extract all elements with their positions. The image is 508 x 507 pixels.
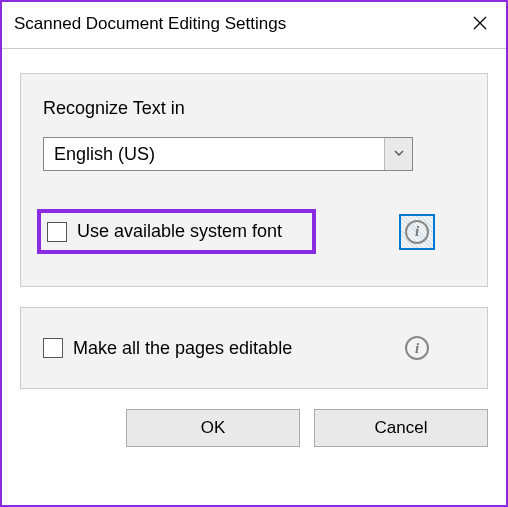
system-font-label: Use available system font xyxy=(77,221,282,242)
ok-button[interactable]: OK xyxy=(126,409,300,447)
all-pages-checkbox[interactable] xyxy=(43,338,63,358)
close-icon xyxy=(473,14,487,35)
language-dropdown-value: English (US) xyxy=(44,138,384,170)
dialog-content: Recognize Text in English (US) Use avail… xyxy=(2,49,506,461)
pages-panel: Make all the pages editable i xyxy=(20,307,488,389)
dialog-window: Scanned Document Editing Settings Recogn… xyxy=(0,0,508,507)
cancel-button[interactable]: Cancel xyxy=(314,409,488,447)
all-pages-info-button[interactable]: i xyxy=(401,332,433,364)
system-font-info-button[interactable]: i xyxy=(401,216,433,248)
language-dropdown[interactable]: English (US) xyxy=(43,137,413,171)
system-font-checkbox[interactable] xyxy=(47,222,67,242)
button-row: OK Cancel xyxy=(20,409,488,447)
system-font-checkbox-group[interactable]: Use available system font xyxy=(37,209,316,254)
all-pages-checkbox-group[interactable]: Make all the pages editable xyxy=(43,338,292,359)
info-icon: i xyxy=(405,336,429,360)
info-icon: i xyxy=(405,220,429,244)
dropdown-arrow-button[interactable] xyxy=(384,138,412,170)
all-pages-row: Make all the pages editable i xyxy=(43,332,433,364)
close-button[interactable] xyxy=(466,10,494,38)
dialog-title: Scanned Document Editing Settings xyxy=(14,14,286,34)
all-pages-label: Make all the pages editable xyxy=(73,338,292,359)
chevron-down-icon xyxy=(393,145,405,163)
recognize-label: Recognize Text in xyxy=(43,98,465,119)
titlebar: Scanned Document Editing Settings xyxy=(2,2,506,49)
system-font-row: Use available system font i xyxy=(43,209,433,254)
recognize-panel: Recognize Text in English (US) Use avail… xyxy=(20,73,488,287)
